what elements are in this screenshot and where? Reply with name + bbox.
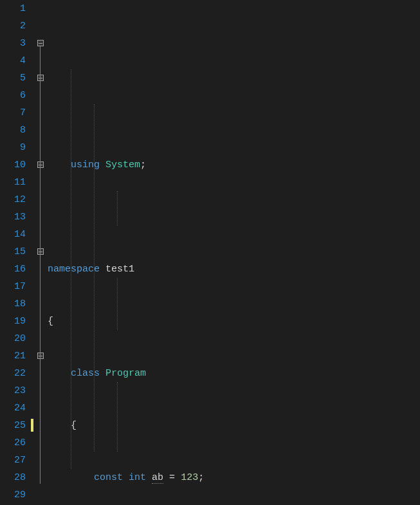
line-number: 4 (0, 52, 26, 69)
code-line[interactable]: class Program (48, 365, 420, 382)
line-number: 29 (0, 486, 26, 504)
line-number: 9 (0, 139, 26, 156)
code-area[interactable]: using System; namespace test1 { class Pr… (48, 0, 420, 505)
line-number: 21 (0, 347, 26, 365)
line-number: 11 (0, 174, 26, 191)
fold-column (35, 0, 48, 505)
line-number: 25 (0, 417, 26, 434)
line-number: 18 (0, 295, 26, 313)
line-number: 1 (0, 0, 26, 17)
line-number: 2 (0, 17, 26, 35)
code-editor[interactable]: 1 2 3 4 5 6 7 8 9 10 11 12 13 14 15 16 1… (0, 0, 420, 505)
line-number: 8 (0, 122, 26, 139)
code-line[interactable]: { (48, 313, 420, 330)
line-number: 28 (0, 469, 26, 486)
line-number-gutter: 1 2 3 4 5 6 7 8 9 10 11 12 13 14 15 16 1… (0, 0, 31, 505)
line-number: 23 (0, 382, 26, 399)
line-number: 16 (0, 261, 26, 278)
line-number: 7 (0, 104, 26, 122)
fold-toggle-icon[interactable] (37, 40, 44, 46)
line-number: 24 (0, 399, 26, 417)
fold-toggle-icon[interactable] (37, 75, 44, 81)
line-number: 26 (0, 434, 26, 452)
code-line[interactable] (48, 208, 420, 226)
fold-toggle-icon[interactable] (37, 248, 44, 255)
line-number: 15 (0, 243, 26, 261)
line-number: 17 (0, 278, 26, 295)
line-number: 19 (0, 313, 26, 330)
code-line[interactable]: using System; (48, 156, 420, 174)
line-number: 10 (0, 156, 26, 174)
line-number: 12 (0, 191, 26, 208)
line-number: 14 (0, 226, 26, 243)
line-number: 20 (0, 330, 26, 347)
fold-toggle-icon[interactable] (37, 353, 44, 359)
code-line[interactable]: const int ab = 123; (48, 469, 420, 486)
code-line[interactable]: namespace test1 (48, 261, 420, 278)
code-line[interactable]: { (48, 417, 420, 434)
line-number: 22 (0, 365, 26, 382)
line-number: 3 (0, 35, 26, 52)
line-number: 27 (0, 452, 26, 469)
line-number: 5 (0, 69, 26, 87)
modified-line-marker (31, 419, 33, 432)
line-number: 6 (0, 87, 26, 104)
line-number: 13 (0, 208, 26, 226)
fold-toggle-icon[interactable] (37, 161, 44, 168)
